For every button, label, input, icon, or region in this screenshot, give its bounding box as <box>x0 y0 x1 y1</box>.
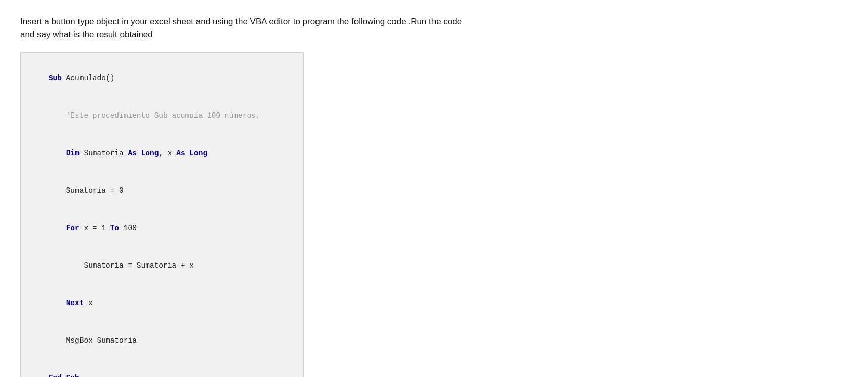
code-line-8: MsgBox Sumatoria <box>31 322 293 359</box>
question-text: Insert a button type object in your exce… <box>20 15 476 42</box>
code-line-5: For x = 1 To 100 <box>31 209 293 247</box>
code-block: Sub Acumulado() 'Este procedimiento Sub … <box>20 52 304 377</box>
code-line-4: Sumatoria = 0 <box>31 172 293 209</box>
code-line-9: End Sub <box>31 359 293 377</box>
code-line-2: 'Este procedimiento Sub acumula 100 núme… <box>31 97 293 135</box>
code-line-3: Dim Sumatoria As Long, x As Long <box>31 135 293 172</box>
code-line-1: Sub Acumulado() <box>31 60 293 97</box>
code-comment: 'Este procedimiento Sub acumula 100 núme… <box>49 111 260 120</box>
keyword-sub: Sub <box>49 74 62 82</box>
code-line-6: Sumatoria = Sumatoria + x <box>31 247 293 284</box>
code-line-7: Next x <box>31 284 293 322</box>
